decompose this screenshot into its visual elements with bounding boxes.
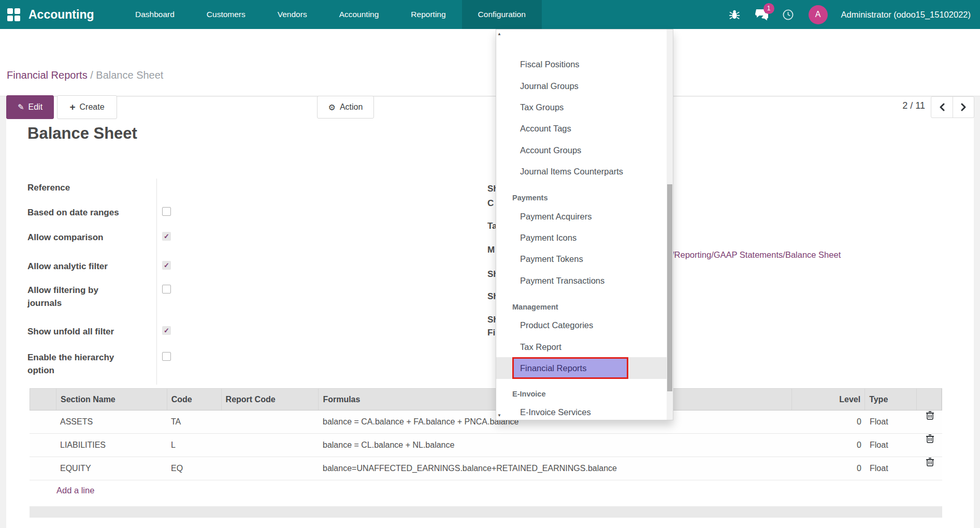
delete-row-button[interactable] <box>921 434 938 444</box>
checkbox-field[interactable] <box>162 207 171 216</box>
cell-actions[interactable] <box>917 434 942 457</box>
trash-icon <box>926 410 934 420</box>
column-header-report-code[interactable]: Report Code <box>222 389 319 410</box>
dropdown-scrollbar-thumb[interactable] <box>667 184 672 391</box>
menu-item-tax-groups[interactable]: Tax Groups <box>496 96 668 118</box>
navbar-item-vendors[interactable]: Vendors <box>262 0 323 29</box>
menu-item-fiscal-positions[interactable]: Fiscal Positions <box>496 53 668 75</box>
cell-type[interactable]: Float <box>866 434 917 457</box>
cell-section[interactable]: ASSETS <box>56 410 167 433</box>
menu-item-highlight-row: Financial Reports <box>496 357 668 379</box>
cell-actions[interactable] <box>917 410 942 433</box>
checkbox-field[interactable]: ✓ <box>162 326 171 335</box>
field-label: Show unfold all filter <box>27 325 134 338</box>
menu-item-e-invoice-services[interactable]: E-Invoice Services <box>496 401 668 420</box>
navbar-item-reporting[interactable]: Reporting <box>395 0 462 29</box>
delete-row-button[interactable] <box>921 410 938 420</box>
breadcrumb-separator: / <box>88 69 96 81</box>
create-button[interactable]: + Create <box>57 95 117 119</box>
user-name[interactable]: Administrator (odoo15_15102022) <box>841 10 971 20</box>
cell-section[interactable]: EQUITY <box>56 457 167 480</box>
table-row[interactable]: LIABILITIESLbalance = CL.balance + NL.ba… <box>30 434 942 457</box>
table-row[interactable]: ASSETSTAbalance = CA.balance + FA.balanc… <box>30 410 942 434</box>
action-button[interactable]: ⚙ Action <box>317 96 374 119</box>
bug-icon[interactable] <box>728 8 741 21</box>
breadcrumb: Financial Reports / Balance Sheet <box>7 69 163 81</box>
add-line-link[interactable]: Add a line <box>56 486 94 495</box>
column-header-section-name[interactable]: Section Name <box>56 389 167 410</box>
cell-handle[interactable] <box>30 434 56 457</box>
cell-formulas[interactable]: balance = CL.balance + NL.balance <box>319 434 792 457</box>
menu-item-payment-acquirers[interactable]: Payment Acquirers <box>496 206 668 227</box>
cell-level[interactable]: 0 <box>792 410 866 433</box>
menu-item-financial-reports-annotated[interactable]: Financial Reports <box>512 357 628 379</box>
cell-type[interactable]: Float <box>866 457 917 480</box>
checkbox-field[interactable] <box>162 352 171 361</box>
menu-section-header: Payments <box>496 187 668 205</box>
navbar-menu: DashboardCustomersVendorsAccountingRepor… <box>119 0 542 29</box>
menuitem-path-link[interactable]: /Reporting/GAAP Statements/Balance Sheet <box>672 250 841 260</box>
cell-handle[interactable] <box>30 457 56 480</box>
pager-value[interactable]: 2 / 11 <box>881 100 925 111</box>
scroll-down-icon[interactable]: ▼ <box>496 413 502 418</box>
column-header-type[interactable]: Type <box>865 389 917 410</box>
dropdown-scrollbar[interactable] <box>667 30 673 420</box>
column-header-empty <box>30 389 56 410</box>
menu-item-payment-icons[interactable]: Payment Icons <box>496 227 668 248</box>
clock-icon[interactable] <box>782 8 795 21</box>
checkbox-field[interactable]: ✓ <box>162 232 171 241</box>
breadcrumb-parent-link[interactable]: Financial Reports <box>7 69 88 81</box>
cell-report_code[interactable] <box>221 457 319 480</box>
navbar-item-customers[interactable]: Customers <box>191 0 262 29</box>
checkbox-field[interactable]: ✓ <box>162 261 171 270</box>
cell-report_code[interactable] <box>221 434 319 457</box>
menu-item-payment-tokens[interactable]: Payment Tokens <box>496 248 668 270</box>
cell-actions[interactable] <box>917 457 942 480</box>
menu-item-tax-report[interactable]: Tax Report <box>496 336 668 358</box>
menu-item-journal-groups[interactable]: Journal Groups <box>496 75 668 97</box>
cell-code[interactable]: EQ <box>167 457 221 480</box>
table-row[interactable]: EQUITYEQbalance=UNAFFECTED_EARNINGS.bala… <box>30 457 942 480</box>
column-header-code[interactable]: Code <box>167 389 222 410</box>
clipped-field-label-fragment: Fi <box>487 328 495 338</box>
menu-item-journal-items-counterparts[interactable]: Journal Items Counterparts <box>496 160 668 182</box>
trash-icon <box>926 434 934 444</box>
menu-item-payment-transactions[interactable]: Payment Transactions <box>496 270 668 291</box>
cell-report_code[interactable] <box>221 410 319 433</box>
control-panel: Financial Reports / Balance Sheet ✎ Edit… <box>0 29 980 96</box>
column-header-level[interactable]: Level <box>792 389 865 410</box>
delete-row-button[interactable] <box>921 457 938 467</box>
clipped-field-label-fragment: M <box>487 245 495 255</box>
table-header-row: Section NameCodeReport CodeFormulasLevel… <box>30 388 942 410</box>
menu-item-product-categories[interactable]: Product Categories <box>496 314 668 336</box>
report-lines-table: Section NameCodeReport CodeFormulasLevel… <box>30 388 942 503</box>
menu-item-account-groups[interactable]: Account Groups <box>496 139 668 161</box>
pager-previous-button[interactable] <box>931 97 953 118</box>
menu-item-account-tags[interactable]: Account Tags <box>496 118 668 139</box>
cell-section[interactable]: LIABILITIES <box>56 434 167 457</box>
cell-formulas[interactable]: balance=UNAFFECTED_EARNINGS.balance+RETA… <box>319 457 792 480</box>
checkbox-field[interactable] <box>162 285 171 294</box>
field-label: Enable the hierarchy option <box>27 351 134 377</box>
apps-grid-icon[interactable] <box>7 8 20 21</box>
cell-level[interactable]: 0 <box>792 457 866 480</box>
navbar-item-configuration[interactable]: Configuration <box>462 0 542 29</box>
field-label: Allow filtering by journals <box>27 284 134 310</box>
cell-handle[interactable] <box>30 410 56 433</box>
chat-icon[interactable]: 1 <box>755 8 768 21</box>
breadcrumb-current: Balance Sheet <box>96 69 163 81</box>
pager-next-button[interactable] <box>953 97 974 118</box>
edit-button[interactable]: ✎ Edit <box>6 95 54 119</box>
table-horizontal-scrollbar[interactable] <box>30 506 942 518</box>
menu-section-header: E-Invoice <box>496 384 668 401</box>
cell-level[interactable]: 0 <box>792 434 866 457</box>
cell-code[interactable]: L <box>167 434 221 457</box>
scroll-up-icon[interactable]: ▲ <box>496 32 502 36</box>
user-avatar[interactable]: A <box>809 5 828 24</box>
navbar-item-dashboard[interactable]: Dashboard <box>119 0 191 29</box>
cell-type[interactable]: Float <box>866 410 917 433</box>
app-brand[interactable]: Accounting <box>28 0 94 29</box>
trash-icon <box>926 457 934 467</box>
navbar-item-accounting[interactable]: Accounting <box>323 0 395 29</box>
cell-code[interactable]: TA <box>167 410 221 433</box>
